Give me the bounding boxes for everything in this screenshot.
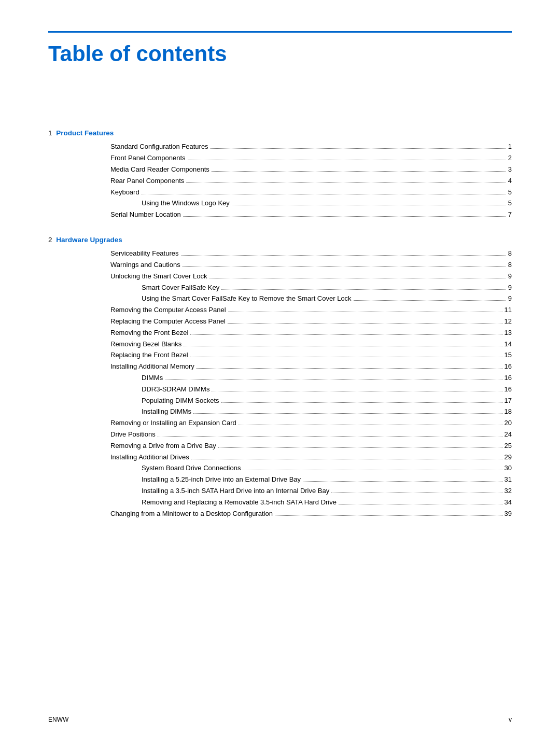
entry-text: Unlocking the Smart Cover Lock (110, 271, 207, 282)
toc-entry: System Board Drive Connections30 (48, 463, 512, 474)
entry-dots (331, 493, 502, 493)
entry-text: Using the Smart Cover FailSafe Key to Re… (142, 293, 352, 304)
section-heading-2: 2 Hardware Upgrades (48, 235, 512, 245)
entry-page: 2 (508, 153, 512, 164)
entry-text: Warnings and Cautions (110, 260, 180, 271)
entry-dots (218, 447, 502, 448)
toc-entry: Drive Positions24 (48, 429, 512, 440)
toc-entry: Rear Panel Components4 (48, 176, 512, 187)
entry-page: 16 (505, 384, 512, 395)
entry-dots (239, 425, 502, 425)
entry-page: 15 (505, 350, 512, 361)
toc-entry: Removing the Computer Access Panel11 (48, 305, 512, 316)
toc-entry: Standard Configuration Features1 (48, 142, 512, 152)
entry-page: 20 (505, 418, 512, 429)
entry-dots (190, 334, 502, 335)
entry-text: Installing DIMMs (142, 406, 191, 417)
entry-page: 5 (508, 198, 512, 209)
entry-dots (183, 216, 506, 217)
entry-text: Populating DIMM Sockets (142, 396, 219, 406)
toc-entry: Replacing the Front Bezel15 (48, 350, 512, 361)
entry-page: 16 (505, 361, 512, 372)
entry-page: 9 (508, 293, 512, 304)
entry-page: 11 (505, 305, 512, 316)
page-title: Table of contents (48, 42, 512, 66)
entry-page: 4 (508, 176, 512, 187)
entry-text: Front Panel Components (110, 153, 186, 164)
toc-entry: Installing a 5.25-inch Drive into an Ext… (48, 474, 512, 485)
toc-entry: Removing the Front Bezel13 (48, 328, 512, 339)
entry-dots (197, 368, 502, 369)
footer-right: v (509, 715, 512, 724)
entry-page: 1 (508, 142, 512, 152)
entry-text: Installing Additional Memory (110, 361, 194, 372)
entry-page: 12 (505, 316, 512, 327)
page: Table of contents 1 Product FeaturesStan… (0, 0, 560, 745)
entry-dots (183, 266, 506, 267)
toc-entry: Installing Additional Drives29 (48, 452, 512, 463)
entry-page: 25 (505, 441, 512, 452)
toc-entry: Warnings and Cautions8 (48, 260, 512, 271)
toc-entry: Media Card Reader Components3 (48, 164, 512, 175)
toc-entry: Serial Number Location7 (48, 209, 512, 220)
toc-entry: Installing Additional Memory16 (48, 361, 512, 372)
entry-page: 34 (505, 497, 512, 508)
entry-dots (243, 470, 502, 470)
entry-text: Removing or Installing an Expansion Card (110, 418, 236, 429)
entry-page: 30 (505, 463, 512, 474)
entry-text: Replacing the Computer Access Panel (110, 316, 226, 327)
toc-content: 1 Product FeaturesStandard Configuration… (48, 128, 512, 519)
entry-dots (190, 357, 502, 357)
entry-text: Smart Cover FailSafe Key (142, 283, 219, 293)
entry-dots (221, 289, 506, 290)
entry-dots (211, 148, 506, 149)
entry-dots (186, 182, 506, 183)
entry-text: Standard Configuration Features (110, 142, 208, 152)
top-rule (48, 31, 512, 33)
toc-entry: DDR3-SDRAM DIMMs16 (48, 384, 512, 395)
entry-dots (188, 160, 506, 160)
section-heading-1: 1 Product Features (48, 128, 512, 138)
entry-text: Media Card Reader Components (110, 164, 209, 175)
footer: ENWW v (48, 715, 512, 724)
entry-text: Replacing the Front Bezel (110, 350, 188, 361)
entry-page: 18 (505, 406, 512, 417)
toc-entry: Using the Smart Cover FailSafe Key to Re… (48, 293, 512, 304)
entry-dots (303, 481, 502, 482)
entry-page: 13 (505, 328, 512, 339)
toc-entry: Unlocking the Smart Cover Lock9 (48, 271, 512, 282)
toc-entry: Serviceability Features8 (48, 248, 512, 259)
entry-text: Installing a 3.5-inch SATA Hard Drive in… (142, 486, 329, 497)
entry-dots (275, 515, 502, 516)
entry-text: Removing the Computer Access Panel (110, 305, 226, 316)
entry-dots (184, 346, 502, 346)
entry-text: System Board Drive Connections (142, 463, 241, 474)
entry-dots (212, 391, 502, 391)
entry-text: Drive Positions (110, 429, 156, 440)
entry-text: Installing a 5.25-inch Drive into an Ext… (142, 474, 301, 485)
toc-entry: Replacing the Computer Access Panel12 (48, 316, 512, 327)
toc-entry: Changing from a Minitower to a Desktop C… (48, 509, 512, 519)
footer-left: ENWW (48, 715, 68, 724)
toc-entry: Removing or Installing an Expansion Card… (48, 418, 512, 429)
entry-page: 8 (508, 248, 512, 259)
entry-page: 14 (505, 339, 512, 350)
entry-dots (339, 504, 502, 504)
toc-entry: Using the Windows Logo Key5 (48, 198, 512, 209)
entry-text: Changing from a Minitower to a Desktop C… (110, 509, 273, 519)
toc-entry: Front Panel Components2 (48, 153, 512, 164)
entry-page: 5 (508, 187, 512, 198)
entry-dots (191, 459, 502, 459)
entry-text: Removing the Front Bezel (110, 328, 188, 339)
entry-page: 39 (505, 509, 512, 519)
entry-text: Serial Number Location (110, 209, 181, 220)
entry-page: 32 (505, 486, 512, 497)
toc-entry: DIMMs16 (48, 373, 512, 384)
entry-text: DDR3-SDRAM DIMMs (142, 384, 209, 395)
entry-text: Removing Bezel Blanks (110, 339, 181, 350)
entry-dots (209, 278, 506, 278)
entry-text: DIMMs (142, 373, 163, 384)
entry-text: Rear Panel Components (110, 176, 184, 187)
entry-page: 17 (505, 396, 512, 406)
toc-entry: Installing DIMMs18 (48, 406, 512, 417)
